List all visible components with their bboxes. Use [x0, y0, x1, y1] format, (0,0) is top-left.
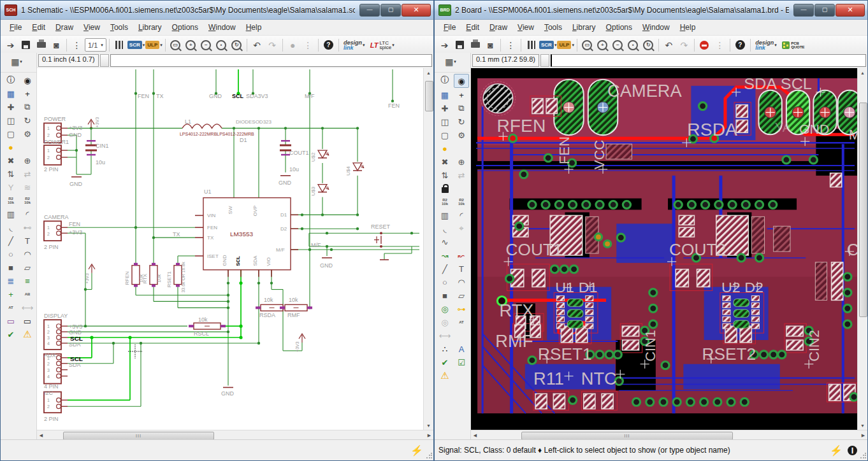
- change-icon[interactable]: ⚙: [454, 129, 469, 141]
- zoom-redraw-icon[interactable]: ↻: [641, 38, 656, 52]
- smash-icon[interactable]: ▥: [3, 208, 18, 220]
- frame2-icon[interactable]: ▭: [20, 315, 35, 327]
- menu-options[interactable]: Options: [601, 21, 637, 34]
- delete-icon[interactable]: ✖: [437, 155, 452, 168]
- scroll-up-icon[interactable]: ▲: [424, 68, 433, 77]
- command-input[interactable]: [551, 54, 866, 67]
- menu-file[interactable]: File: [4, 21, 27, 34]
- replace-icon[interactable]: ⇅: [437, 169, 452, 181]
- board-titlebar[interactable]: BRD 2 Board - \\ESPM006A.fi001.siemens.n…: [435, 1, 867, 20]
- zoom-out-icon[interactable]: −: [199, 38, 213, 52]
- invoke-icon[interactable]: ⊷: [20, 221, 35, 234]
- ripup-icon[interactable]: ↜: [454, 249, 469, 262]
- circle-icon[interactable]: ○: [437, 276, 452, 288]
- menu-view[interactable]: View: [512, 21, 539, 34]
- coord-divider[interactable]: [540, 54, 549, 67]
- wire-bend-icon[interactable]: ◟: [437, 222, 452, 235]
- schematic-titlebar[interactable]: SCH 1 Schematic - \\ESPM006A.fi001.sieme…: [1, 1, 433, 20]
- close-button[interactable]: ✕: [835, 4, 865, 17]
- miter-icon[interactable]: ◜: [454, 209, 469, 222]
- name-icon[interactable]: R210k: [437, 195, 452, 208]
- pcb-quote-button[interactable]: PCBQUOTE: [779, 38, 807, 52]
- menu-library[interactable]: Library: [133, 21, 167, 34]
- save-icon[interactable]: [18, 38, 33, 52]
- delete-icon[interactable]: ✖: [3, 154, 18, 167]
- ulp-button[interactable]: ULP▾: [145, 38, 163, 52]
- rotate-icon[interactable]: ↻: [20, 114, 35, 127]
- schematic-canvas[interactable]: FENTXGNDSCLSDA3V3M/FFENPOWERPOWER12 PIN1…: [37, 68, 423, 430]
- move-icon[interactable]: ✚: [3, 101, 18, 113]
- export-image-icon[interactable]: ◙: [483, 38, 498, 52]
- drop-tools-icon[interactable]: ⋮: [503, 38, 518, 52]
- wire-icon[interactable]: ╱: [437, 262, 452, 275]
- polygon-icon[interactable]: ▱: [454, 289, 469, 302]
- open-icon[interactable]: ➔: [437, 38, 452, 52]
- optimize-icon[interactable]: ≋: [20, 181, 35, 194]
- scroll-right-icon[interactable]: ▶: [859, 431, 867, 440]
- coord-divider[interactable]: [100, 54, 109, 67]
- redo-icon[interactable]: ↷: [265, 38, 280, 52]
- pinswap-icon[interactable]: ⇄: [20, 167, 35, 180]
- wire-bend-icon[interactable]: ◟: [3, 221, 18, 234]
- sheet-selector[interactable]: 1/1▾: [85, 38, 106, 52]
- text-icon[interactable]: T: [20, 234, 35, 247]
- script-button[interactable]: SCR▾: [539, 38, 556, 52]
- center-icon[interactable]: ⌖: [454, 222, 469, 235]
- grid-settings-button[interactable]: ▦▾: [437, 54, 464, 69]
- display-layers-icon[interactable]: ▦: [437, 89, 452, 101]
- info-icon[interactable]: ⓘ: [437, 74, 452, 87]
- wire-icon[interactable]: ╱: [3, 234, 18, 247]
- paint-icon[interactable]: ●: [3, 141, 18, 153]
- menu-help[interactable]: Help: [675, 21, 701, 34]
- zoom-in-icon[interactable]: +: [595, 38, 610, 52]
- menu-draw[interactable]: Draw: [50, 21, 78, 34]
- warning-icon[interactable]: ⚠: [437, 369, 452, 382]
- signal-icon[interactable]: ⊶: [454, 302, 469, 315]
- layer-settings-icon[interactable]: [112, 38, 127, 52]
- value-icon[interactable]: R210k: [454, 195, 469, 208]
- rotate-icon[interactable]: ↻: [454, 115, 469, 128]
- close-button[interactable]: ✕: [401, 4, 431, 17]
- command-input[interactable]: [110, 54, 432, 67]
- drop-tools-icon[interactable]: ⋮: [69, 38, 84, 52]
- export-image-icon[interactable]: ◙: [49, 38, 64, 52]
- attribute-icon[interactable]: AT: [454, 316, 469, 329]
- text-icon[interactable]: T: [454, 262, 469, 275]
- minimize-button[interactable]: —: [793, 4, 814, 17]
- menu-library[interactable]: Library: [567, 21, 601, 34]
- dimension-icon[interactable]: ⟷: [20, 301, 35, 314]
- ratsnest-icon[interactable]: ∴: [437, 343, 452, 355]
- menu-help[interactable]: Help: [241, 21, 267, 34]
- rect-icon[interactable]: ■: [3, 261, 18, 274]
- design-link-button[interactable]: designlink▾: [753, 38, 779, 52]
- print-icon[interactable]: [468, 38, 482, 52]
- pinswap-icon[interactable]: ⇄: [454, 169, 469, 181]
- zoom-select-icon[interactable]: ▪: [214, 38, 229, 52]
- mark-icon[interactable]: +: [20, 87, 35, 100]
- menu-file[interactable]: File: [438, 21, 461, 34]
- help-icon[interactable]: ?: [321, 38, 336, 52]
- scroll-left-icon[interactable]: ◀: [37, 431, 45, 440]
- ltc-spice-button[interactable]: LTLTCspice▾: [368, 38, 397, 52]
- group-icon[interactable]: ▢: [437, 129, 452, 141]
- undo-icon[interactable]: ↶: [662, 38, 676, 52]
- scroll-right-icon[interactable]: ▶: [425, 431, 433, 440]
- menu-tools[interactable]: Tools: [105, 21, 133, 34]
- scroll-down-icon[interactable]: ▼: [424, 421, 433, 430]
- arc-icon[interactable]: ◠: [454, 276, 469, 288]
- help-icon[interactable]: ?: [733, 38, 748, 52]
- junction-icon[interactable]: +: [3, 288, 18, 301]
- stop-icon[interactable]: [697, 38, 712, 52]
- hole-icon[interactable]: ◎: [437, 316, 452, 329]
- zoom-in-icon[interactable]: +: [184, 38, 198, 52]
- lightning-icon[interactable]: ⚡: [830, 444, 843, 457]
- menu-view[interactable]: View: [78, 21, 105, 34]
- menu-window[interactable]: Window: [637, 21, 675, 34]
- arc-icon[interactable]: ◠: [20, 248, 35, 260]
- mark-icon[interactable]: +: [454, 89, 469, 101]
- save-icon[interactable]: [452, 38, 467, 52]
- script-button[interactable]: SCR▾: [127, 38, 145, 52]
- label-icon[interactable]: AB: [20, 288, 35, 301]
- group-icon[interactable]: ▢: [3, 127, 18, 140]
- schematic-hscrollbar[interactable]: ◀ III ▶: [37, 430, 433, 440]
